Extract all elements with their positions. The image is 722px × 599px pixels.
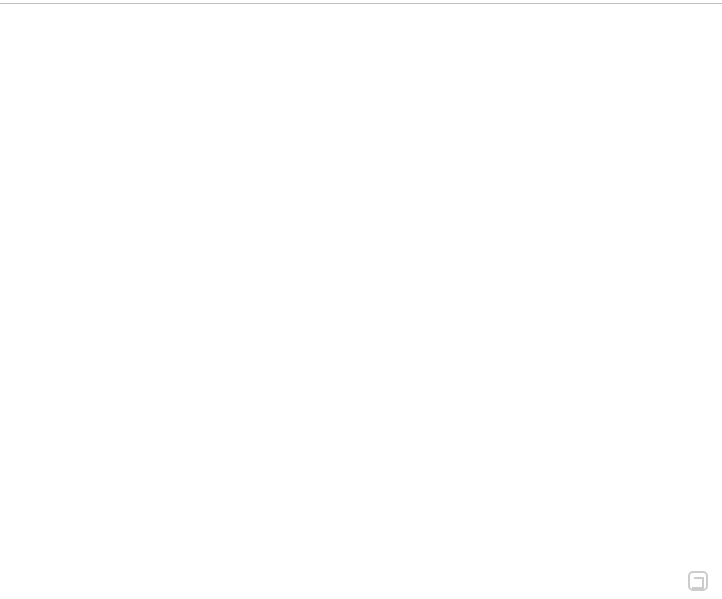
column-headers [0,0,722,4]
watermark [688,571,712,591]
watermark-icon [688,571,708,591]
